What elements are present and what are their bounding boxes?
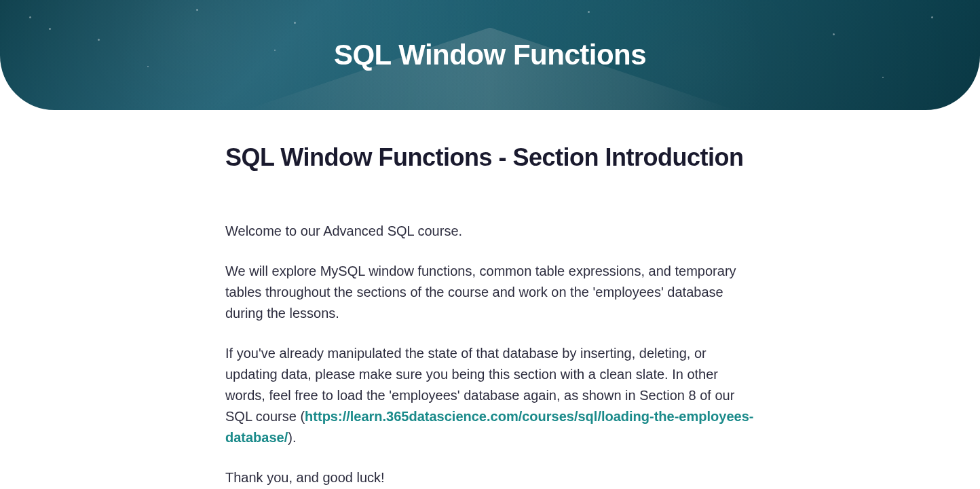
database-link[interactable]: https://learn.365datascience.com/courses…: [225, 409, 753, 445]
paragraph-instructions-after: ).: [288, 430, 296, 445]
content-area: SQL Window Functions - Section Introduct…: [212, 110, 768, 489]
section-title: SQL Window Functions - Section Introduct…: [225, 143, 755, 172]
paragraph-welcome: Welcome to our Advanced SQL course.: [225, 221, 755, 242]
hero-title: SQL Window Functions: [334, 39, 646, 71]
hero-banner: SQL Window Functions: [0, 0, 980, 110]
paragraph-thanks: Thank you, and good luck!: [225, 467, 755, 488]
paragraph-instructions: If you've already manipulated the state …: [225, 343, 755, 448]
paragraph-overview: We will explore MySQL window functions, …: [225, 261, 755, 324]
